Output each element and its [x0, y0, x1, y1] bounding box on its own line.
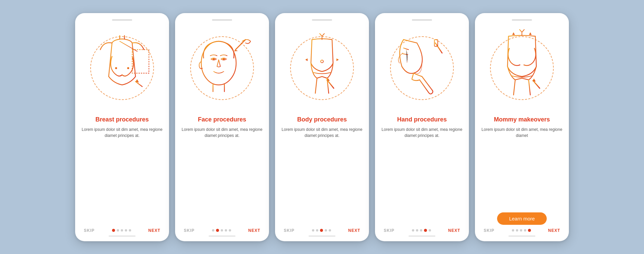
hand-title: Hand procedures: [397, 116, 447, 123]
illustration-hand: [383, 23, 461, 113]
mommy-svg: [483, 23, 560, 113]
bottom-nav-4: SKIP NEXT: [381, 228, 463, 233]
svg-marker-16: [336, 58, 339, 61]
notch-3: [312, 19, 332, 21]
screen-hand: Hand procedures Lorem ipsum dolor sit di…: [375, 13, 469, 241]
skip-5[interactable]: SKIP: [484, 228, 494, 233]
face-body: Lorem ipsum dolor sit dim amet, mea regi…: [181, 126, 263, 224]
dot-1-3: [121, 229, 123, 232]
svg-line-23: [438, 46, 442, 53]
dot-1-1: [112, 229, 115, 232]
skip-2[interactable]: SKIP: [184, 228, 195, 233]
dots-4: [412, 229, 431, 232]
top-bar-3: [281, 19, 363, 21]
svg-point-10: [223, 58, 225, 60]
dot-4-4: [424, 229, 427, 232]
face-svg: [183, 23, 261, 113]
bottom-nav-3: SKIP NEXT: [281, 228, 363, 233]
dot-4-1: [412, 229, 414, 232]
dot-2-1: [212, 229, 214, 232]
dot-3-1: [312, 229, 314, 232]
dot-4-3: [420, 229, 422, 232]
dot-2-4: [225, 229, 227, 232]
notch-5: [512, 19, 532, 21]
learn-more-button[interactable]: Learn more: [497, 212, 547, 225]
svg-point-5: [127, 67, 129, 69]
screens-container: Breast procedures Lorem ipsum dolor sit …: [75, 13, 569, 241]
body-body: Lorem ipsum dolor sit dim amet, mea regi…: [281, 126, 363, 224]
top-bar-2: [181, 19, 263, 21]
notch-2: [212, 19, 232, 21]
bottom-line-2: [209, 236, 235, 237]
bottom-line-4: [409, 236, 435, 237]
bottom-line-5: [508, 236, 535, 237]
bottom-nav-1: SKIP NEXT: [81, 228, 163, 233]
screen-face: Face procedures Lorem ipsum dolor sit di…: [175, 13, 269, 241]
svg-marker-26: [529, 32, 532, 35]
screen-breast: Breast procedures Lorem ipsum dolor sit …: [75, 13, 169, 241]
dot-1-5: [129, 229, 131, 232]
mommy-body: Lorem ipsum dolor sit dim amet, mea regi…: [481, 126, 563, 209]
dot-4-2: [416, 229, 418, 232]
svg-line-6: [136, 82, 142, 87]
bottom-line-1: [109, 236, 136, 237]
dot-1-4: [125, 229, 127, 232]
dot-5-3: [520, 229, 522, 232]
next-5[interactable]: NEXT: [548, 228, 560, 233]
illustration-face: [183, 23, 261, 113]
mommy-title: Mommy makeovers: [494, 116, 550, 123]
bottom-nav-2: SKIP NEXT: [181, 228, 263, 233]
breast-svg: [84, 23, 161, 113]
illustration-body: [283, 23, 361, 113]
dot-1-2: [117, 229, 119, 232]
dots-2: [212, 229, 231, 232]
dot-5-4: [524, 229, 526, 232]
breast-body: Lorem ipsum dolor sit dim amet, mea regi…: [81, 126, 163, 224]
dot-5-5: [528, 229, 531, 232]
face-title: Face procedures: [198, 116, 246, 123]
skip-1[interactable]: SKIP: [84, 228, 95, 233]
svg-marker-15: [305, 58, 308, 61]
screen-body: Body procedures Lorem ipsum dolor sit di…: [275, 13, 369, 241]
bottom-line-3: [309, 236, 335, 237]
dots-3: [312, 229, 331, 232]
next-1[interactable]: NEXT: [148, 228, 160, 233]
dot-2-2: [216, 229, 219, 232]
bottom-nav-5: SKIP NEXT: [481, 228, 563, 233]
top-bar-4: [381, 19, 463, 21]
skip-3[interactable]: SKIP: [284, 228, 294, 233]
svg-point-4: [115, 67, 117, 69]
dots-5: [512, 229, 531, 232]
body-svg: [283, 23, 361, 113]
body-title: Body procedures: [297, 116, 347, 123]
top-bar-5: [481, 19, 563, 21]
svg-marker-25: [512, 32, 515, 35]
hand-svg: [383, 23, 461, 113]
dot-2-3: [221, 229, 223, 232]
notch-4: [412, 19, 432, 21]
next-2[interactable]: NEXT: [248, 228, 260, 233]
dot-3-2: [316, 229, 318, 232]
dot-3-3: [320, 229, 323, 232]
notch-1: [112, 19, 132, 21]
svg-point-9: [213, 58, 215, 60]
dots-1: [112, 229, 131, 232]
dot-5-1: [512, 229, 514, 232]
dot-5-2: [516, 229, 518, 232]
screen-mommy: Mommy makeovers Lorem ipsum dolor sit di…: [475, 13, 569, 241]
dot-2-5: [229, 229, 231, 232]
hand-body: Lorem ipsum dolor sit dim amet, mea regi…: [381, 126, 463, 224]
illustration-breast: [84, 23, 161, 113]
svg-marker-27: [532, 79, 536, 82]
top-bar-1: [81, 19, 163, 21]
illustration-mommy: [483, 23, 560, 113]
next-3[interactable]: NEXT: [348, 228, 360, 233]
next-4[interactable]: NEXT: [448, 228, 460, 233]
skip-4[interactable]: SKIP: [384, 228, 394, 233]
dot-3-5: [329, 229, 331, 232]
breast-title: Breast procedures: [95, 116, 149, 123]
dot-4-5: [429, 229, 431, 232]
dot-3-4: [325, 229, 327, 232]
